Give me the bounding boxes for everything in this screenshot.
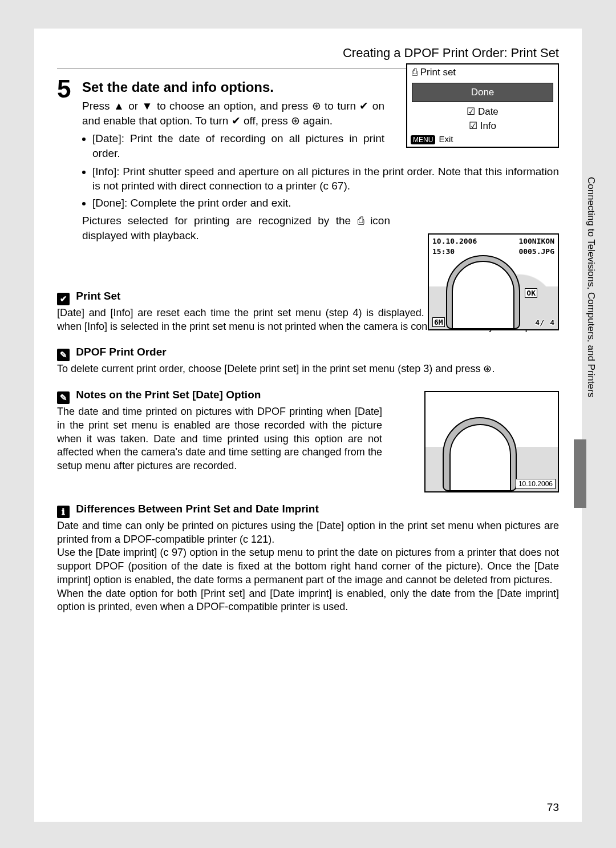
playback-screenshot: 10.10.2006 15:30 100NIKON 0005.JPG OK 6M… — [428, 233, 559, 330]
playback-time: 15:30 — [432, 247, 455, 256]
playback-file: 0005.JPG — [518, 247, 554, 256]
note1-title: Print Set — [76, 290, 120, 302]
playback-size: 6M — [432, 317, 445, 327]
bullet-date: [Date]: Print the date of recording on a… — [92, 131, 384, 160]
chapter-sidebar: Connecting to Televisions, Computers, an… — [585, 177, 597, 397]
pencil-badge-icon: ✎ — [57, 391, 70, 404]
chapter-tab — [574, 439, 586, 508]
check-badge-icon: ✔ — [57, 293, 70, 305]
page-number: 73 — [547, 801, 559, 814]
camera-lcd-print-set: ⎙ Print set Done ☑ Date ☑ Info MENU Exit — [406, 63, 559, 148]
lcd-info-option: ☑ Info — [407, 119, 558, 133]
lcd-date-option: ☑ Date — [407, 104, 558, 119]
lcd-exit-row: MENU Exit — [407, 133, 558, 147]
lcd-done-option: Done — [412, 83, 553, 102]
bullet-done: [Done]: Complete the print order and exi… — [92, 196, 559, 211]
note4-title: Differences Between Print Set and Date I… — [76, 503, 319, 515]
menu-badge: MENU — [411, 135, 435, 144]
bullet-info: [Info]: Print shutter speed and aperture… — [92, 164, 559, 193]
step-number: 5 — [57, 75, 71, 103]
recognized-text: Pictures selected for printing are recog… — [82, 213, 390, 243]
note2-body: To delete current print order, choose [D… — [57, 362, 559, 376]
note3-title: Notes on the Print Set [Date] Option — [76, 389, 261, 401]
date-stamp-screenshot: 10.10.2006 — [424, 391, 559, 492]
playback-count-b: 4 — [550, 318, 554, 327]
playback-count-a: 4/ — [535, 318, 544, 327]
date-stamp: 10.10.2006 — [516, 479, 556, 489]
info-badge-icon: ℹ — [57, 506, 70, 518]
note4-body1: Date and time can only be printed on pic… — [57, 519, 559, 547]
playback-ok: OK — [525, 288, 537, 298]
note4-body2: Use the [Date imprint] (c 97) option in … — [57, 546, 559, 587]
step-instruction: Press ▲ or ▼ to choose an option, and pr… — [82, 99, 384, 128]
lcd-title: ⎙ Print set — [407, 64, 558, 80]
note3-body: The date and time printed on pictures wi… — [57, 405, 382, 473]
pencil-badge-icon: ✎ — [57, 349, 70, 361]
note4-body3: When the date option for both [Print set… — [57, 587, 559, 615]
lcd-exit-label: Exit — [439, 134, 453, 144]
note2-title: DPOF Print Order — [76, 346, 166, 358]
